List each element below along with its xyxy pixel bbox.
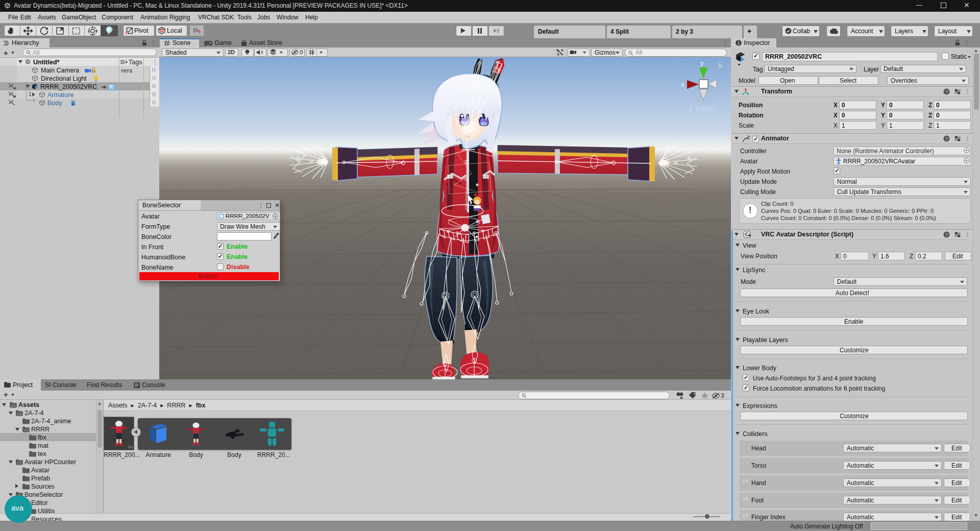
svg-text:x: x bbox=[681, 81, 684, 88]
svg-text:y: y bbox=[700, 59, 704, 67]
svg-text:?: ? bbox=[945, 89, 948, 94]
svg-text:?: ? bbox=[945, 136, 948, 141]
svg-text:❮ Persp: ❮ Persp bbox=[688, 105, 715, 113]
svg-text:fbx: fbx bbox=[128, 445, 133, 449]
svg-text:?: ? bbox=[945, 232, 948, 237]
